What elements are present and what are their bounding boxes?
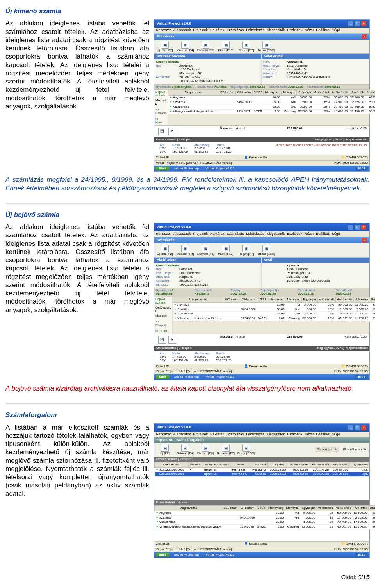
table-row[interactable]: ✦ Vízszerelés22.00Óra3 200.0025%70 400.0… — [173, 312, 375, 316]
menu-item[interactable]: Számlázás — [227, 432, 244, 436]
toolbar-button[interactable]: ▣Új [F2] — [156, 444, 174, 455]
menu-item[interactable]: Beállítás — [316, 28, 330, 32]
toolbar-button[interactable]: ▣Fizetve [F8] — [196, 444, 214, 455]
toolbar-button[interactable]: ▣Eltávolít [F8] — [196, 245, 214, 256]
table-row[interactable]: ✦ Anyháza10.00m35 000.0025%50 000.0012 5… — [173, 302, 375, 307]
close-panel-icon[interactable]: ✖ — [168, 336, 176, 344]
tab-all[interactable]: Minden számla — [315, 447, 339, 452]
remove-button[interactable]: << Eltávolít — [155, 320, 171, 327]
table-row[interactable]: ✦ Anyháza10.00m35 000.0025%50 000.0012 5… — [168, 96, 375, 100]
menu-item[interactable]: Súgó — [332, 432, 340, 436]
close-icon[interactable]: × — [361, 21, 367, 27]
menu-item[interactable]: Eszközök — [287, 432, 302, 436]
menu-item[interactable]: Rendszer — [156, 232, 171, 236]
menu-item[interactable]: Rendszer — [156, 432, 171, 436]
table-row[interactable]: ✦ SZK/2005/000001✔ZipNet Bt.Fama Kft.Kés… — [155, 467, 369, 472]
side-item[interactable]: Kimenő számla — [156, 264, 260, 268]
save-icon[interactable]: 💾 — [158, 336, 166, 344]
start-button[interactable]: Start — [156, 553, 169, 557]
table-row[interactable]: ✦ Vízszerelés22.00Óra3 200.0025%70 400.0… — [168, 105, 375, 109]
table-row[interactable]: ✦ Szállítás5454.660035.00Km500.0015%17 5… — [173, 307, 375, 312]
menu-item[interactable]: Alapadatok — [173, 432, 191, 436]
menu-item[interactable]: Nézet — [305, 232, 314, 236]
start-button[interactable]: Start — [156, 375, 169, 379]
window-titlebar[interactable]: Virtual Project v1.0.0 _□× — [154, 20, 369, 28]
menu-item[interactable]: Alapadatok — [173, 232, 191, 236]
toolbar-button[interactable]: ▣Eltávolít [F8] — [196, 41, 214, 52]
table-row[interactable]: ✦ Szállítás5454.660035.00Km500.001517 50… — [155, 515, 375, 520]
minimize-icon[interactable]: _ — [348, 21, 354, 27]
menu-item[interactable]: Rendszer — [156, 28, 171, 32]
menu-item[interactable]: Kiegészítők — [267, 232, 285, 236]
menu-item[interactable]: Raktárak — [210, 232, 224, 236]
menu-item[interactable]: Kiegészítők — [267, 432, 285, 436]
minimize-icon[interactable]: _ — [348, 425, 354, 431]
toolbar-button[interactable]: ▣Új tétel [F2] — [156, 41, 174, 52]
toolbar[interactable]: ▣Új tétel [F2]▣Módosít [F4]▣Eltávolít [F… — [154, 243, 369, 258]
issue-button[interactable]: Ic+ Kiad — [155, 330, 171, 333]
toolbar-button[interactable]: ▣Új tétel [F2] — [156, 245, 174, 256]
menubar[interactable]: RendszerAlapadatokProjektekRaktárakSzáml… — [154, 28, 369, 34]
toolbar-button[interactable]: ▣Nyomtat [F7] — [217, 444, 235, 455]
menubar[interactable]: RendszerAlapadatokProjektekRaktárakSzáml… — [154, 231, 369, 237]
side-nav-item[interactable]: Bejövő számla — [155, 91, 166, 98]
maximize-icon[interactable]: □ — [354, 425, 360, 431]
taskbar-item[interactable]: Virtual Project v1.0.0 — [204, 375, 237, 379]
toolbar-button[interactable]: ▣Rögzít [F7] — [237, 41, 255, 52]
taskbar-item[interactable]: Virtual Project v1.0.0 — [204, 553, 237, 557]
maximize-icon[interactable]: □ — [354, 224, 360, 230]
toolbar-button[interactable]: ▣Bezár [ESC] — [257, 41, 275, 52]
tab-outgoing[interactable]: Kimenő számlák — [341, 447, 368, 452]
table-row[interactable]: ✦ Szállítás5454.660035.00Km500.0015%17 5… — [168, 100, 375, 105]
toolbar-button[interactable]: ▣Sztornó [F4] — [176, 444, 194, 455]
menu-item[interactable]: Projektek — [193, 432, 208, 436]
issue-button[interactable]: Ic+ Kiad — [155, 117, 166, 124]
side-item[interactable]: Kimenő számla — [156, 60, 260, 64]
menu-item[interactable]: Projektek — [193, 232, 208, 236]
menu-item[interactable]: Kiegészítők — [267, 28, 285, 32]
taskbar-item[interactable]: Virtual Project v1.0.0 — [204, 167, 237, 171]
minimize-icon[interactable]: _ — [348, 224, 354, 230]
menu-item[interactable]: Súgó — [332, 28, 340, 32]
window-controls[interactable]: _□× — [347, 21, 367, 27]
save-icon[interactable]: 💾 — [158, 128, 166, 135]
toolbar-button[interactable]: ▣Bezár [ESC] — [257, 245, 275, 256]
toolbar-button[interactable]: ▣Módosít [F4] — [176, 245, 194, 256]
menu-item[interactable]: Lekérdezés — [246, 28, 264, 32]
menu-item[interactable]: Raktárak — [210, 28, 224, 32]
table-row[interactable]: ✦ SZK/2005/000001ZipNet Bt.Konrad Rt.Átu… — [155, 472, 369, 477]
menu-item[interactable]: Projektek — [193, 28, 208, 32]
table-row[interactable]: ✦ Anyháza10.00m35 000.002550 000.0012 50… — [155, 511, 375, 515]
close-icon[interactable]: × — [361, 425, 367, 431]
side-nav-item[interactable]: Bejövő számla — [155, 298, 171, 305]
menu-item[interactable]: Lekérdezés — [246, 432, 264, 436]
table-row[interactable]: ✦ Vízszerelés22.003 200.002570 400.0017 … — [155, 520, 375, 525]
toolbar-button[interactable]: ▣Kiürít [F10] — [217, 245, 235, 256]
taskbar-item[interactable]: Adobe Photoshop — [171, 375, 201, 379]
close-panel-icon[interactable]: ✖ — [168, 128, 176, 135]
toolbar[interactable]: ▣Új [F2]▣Sztornó [F4]▣Fizetve [F8]▣Nyomt… — [154, 443, 369, 457]
menu-item[interactable]: Alapadatok — [173, 28, 191, 32]
toolbar-button[interactable]: ▣Bezár [ESC] — [237, 444, 255, 455]
start-button[interactable]: Start — [156, 167, 169, 171]
taskbar-item[interactable]: Adobe Photoshop — [171, 553, 201, 557]
panel-close-icon[interactable]: × — [362, 34, 367, 39]
menu-item[interactable]: Számlázás — [227, 232, 244, 236]
toolbar-button[interactable]: ▣Kiürít [F10] — [217, 41, 235, 52]
menu-item[interactable]: Eszközök — [287, 28, 302, 32]
menu-item[interactable]: Raktárak — [210, 432, 224, 436]
table-row[interactable]: ✦ Villanyszerelési kiegészítő és segédan… — [155, 525, 375, 529]
taskbar[interactable]: Start Adobe Photoshop Virtual Project v1… — [154, 166, 369, 172]
menu-item[interactable]: Beállítás — [316, 432, 330, 436]
taskbar-item[interactable]: Adobe Photoshop — [171, 167, 201, 171]
maximize-icon[interactable]: □ — [354, 21, 360, 27]
toolbar-button[interactable]: ▣Módosít [F4] — [176, 41, 194, 52]
invoice-list-table[interactable]: SzámlaszámFizetveSzámlakibocsátóVevőFiz.… — [154, 462, 369, 477]
toolbar-button[interactable]: ▣Rögzít [F7] — [237, 245, 255, 256]
menu-item[interactable]: Nézet — [305, 432, 314, 436]
menu-item[interactable]: Nézet — [305, 28, 314, 32]
table-row[interactable]: ✦ Villanyszerelési kiegészítő és …123456… — [173, 316, 375, 321]
panel-close-icon[interactable]: × — [362, 238, 367, 243]
menu-item[interactable]: Eszközök — [287, 232, 302, 236]
toolbar[interactable]: ▣Új tétel [F2]▣Módosít [F4]▣Eltávolít [F… — [154, 40, 369, 54]
